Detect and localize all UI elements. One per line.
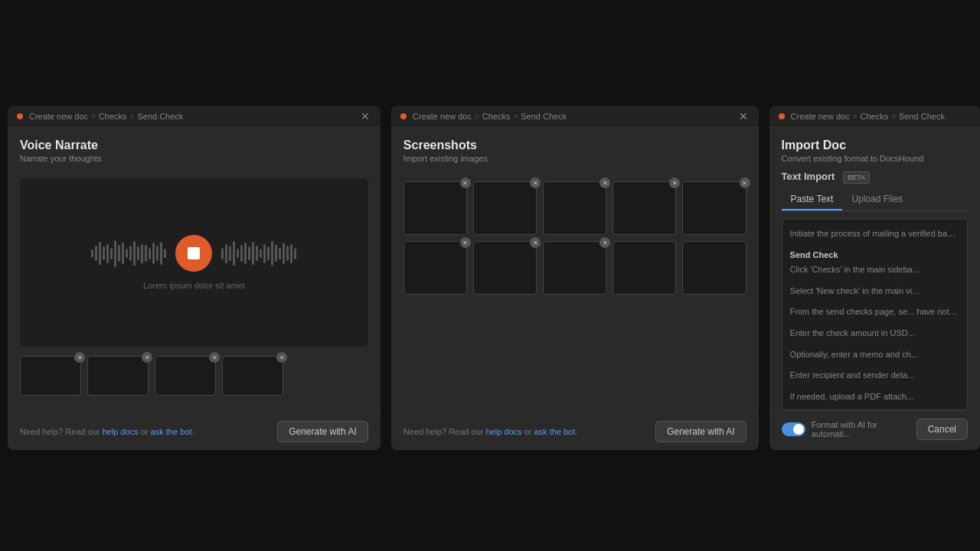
waveform-bar	[106, 244, 109, 263]
panel1-subtitle: Narrate your thoughts	[20, 154, 368, 163]
breadcrumb-sep5: >	[853, 112, 858, 121]
cell-close-7[interactable]: ✕	[530, 237, 541, 248]
screenshot-cell-3: ✕	[543, 181, 606, 235]
waveform-bar	[275, 245, 277, 262]
screenshot-cell-6: ✕	[403, 241, 467, 295]
waveform-bar	[114, 240, 116, 267]
waveform-right	[221, 241, 296, 266]
text-import-section: Text Import BETA Paste Text Upload Files…	[769, 169, 980, 410]
waveform-bar	[233, 241, 235, 266]
cell-close-5[interactable]: ✕	[740, 178, 750, 188]
waveform-bar	[126, 249, 128, 259]
beta-badge: BETA	[843, 171, 870, 184]
waveform-bar	[283, 243, 285, 264]
breadcrumb-root-2: Create new doc	[413, 112, 472, 121]
import-line-5: Optionally, enter a memo and ch...	[790, 348, 959, 362]
import-line-1: Send Check Click 'Checks' in the main si…	[790, 249, 959, 277]
waveform-bar	[122, 243, 124, 264]
cell-close-1[interactable]: ✕	[460, 178, 471, 188]
breadcrumb-dot-3	[779, 113, 785, 119]
waveform-bar	[156, 246, 158, 261]
close-button-2[interactable]: ✕	[736, 109, 751, 123]
thumb-item-3: ✕	[155, 356, 216, 396]
help-docs-link-2[interactable]: help docs	[485, 427, 521, 436]
stop-icon	[188, 247, 200, 259]
waveform-bar	[279, 248, 281, 259]
cell-close-6[interactable]: ✕	[460, 237, 471, 248]
waveform-bar	[91, 249, 93, 257]
breadcrumb-root-3: Create new doc	[791, 112, 850, 121]
breadcrumb-level2-2: Send Check	[521, 112, 567, 121]
import-line-body-0: Initiate the process of mailing a verifi…	[790, 227, 959, 241]
waveform-bar	[141, 244, 143, 263]
thumbnail-strip: ✕ ✕ ✕ ✕	[20, 356, 368, 396]
text-import-label: Text Import	[782, 171, 835, 182]
panel2-body: ✕ ✕ ✕ ✕ ✕ ✕ ✕	[391, 169, 759, 412]
waveform-bar	[99, 242, 101, 265]
import-header: Import Doc Convert existing format to Do…	[769, 128, 980, 169]
help-docs-link-1[interactable]: help docs	[103, 427, 139, 436]
cell-close-3[interactable]: ✕	[599, 178, 610, 188]
thumb-close-4[interactable]: ✕	[276, 352, 287, 363]
thumb-close-1[interactable]: ✕	[74, 352, 85, 363]
waveform-bar	[137, 246, 139, 260]
import-line-3: From the send checks page, se... have no…	[790, 305, 959, 319]
breadcrumb-level1-3: Checks	[860, 112, 888, 121]
tab-upload-files[interactable]: Upload Files	[842, 189, 912, 210]
waveform-bar	[164, 249, 166, 259]
ask-bot-link-1[interactable]: ask the bot	[151, 427, 192, 436]
import-title: Import Doc	[782, 139, 968, 152]
import-text-area: Initiate the process of mailing a verifi…	[782, 219, 968, 410]
screenshot-cell-7: ✕	[473, 241, 537, 295]
tab-paste-text[interactable]: Paste Text	[782, 189, 843, 210]
waveform-bar	[229, 246, 231, 261]
thumb-close-3[interactable]: ✕	[209, 352, 220, 363]
waveform-bar	[263, 244, 266, 263]
record-stop-button[interactable]	[175, 235, 212, 272]
breadcrumb-root: Create new doc	[29, 112, 88, 121]
cancel-button[interactable]: Cancel	[916, 419, 968, 440]
panel1-body: Lorem ipsum dolor sit amet ✕ ✕ ✕ ✕	[8, 169, 381, 412]
screenshots-panel: Create new doc > Checks > Send Check ✕ S…	[391, 106, 759, 450]
waveform-container	[91, 235, 296, 272]
waveform-left	[91, 240, 166, 267]
waveform-bar	[152, 243, 155, 264]
waveform-bar	[221, 248, 224, 259]
generate-btn-2[interactable]: Generate with AI	[655, 421, 746, 442]
import-subtitle: Convert existing format to DocsHound	[782, 154, 968, 163]
screenshot-cell-5: ✕	[682, 181, 746, 235]
screenshots-grid: ✕ ✕ ✕ ✕ ✕ ✕ ✕	[403, 178, 746, 298]
breadcrumb-bar-1: Create new doc > Checks > Send Check ✕	[8, 106, 381, 128]
waveform-bar	[129, 246, 132, 261]
waveform-bar	[271, 241, 273, 266]
waveform-bar	[149, 248, 151, 259]
toggle-label: Format with AI for automati...	[812, 420, 916, 439]
help-text-1: Need help? Read our help docs or ask the…	[20, 427, 194, 436]
import-line-6: Enter recipient and sender deta...	[790, 369, 959, 383]
waveform-bar	[267, 246, 270, 260]
cell-close-4[interactable]: ✕	[669, 178, 680, 188]
waveform-bar	[256, 246, 258, 261]
breadcrumb-dot	[17, 113, 23, 119]
close-button-1[interactable]: ✕	[358, 109, 373, 123]
help-text-2: Need help? Read our help docs or ask the…	[403, 427, 578, 436]
thumb-close-2[interactable]: ✕	[142, 352, 152, 363]
waveform-bar	[244, 243, 247, 264]
generate-btn-1[interactable]: Generate with AI	[277, 421, 368, 442]
tab-bar: Paste Text Upload Files	[782, 189, 968, 211]
import-line-2: Select 'New check' in the main vi...	[790, 285, 959, 298]
ai-format-toggle[interactable]	[782, 422, 805, 436]
waveform-bar	[252, 242, 254, 265]
import-line-body-5: Optionally, enter a memo and ch...	[790, 348, 959, 362]
breadcrumb-sep2: >	[130, 112, 135, 121]
cell-close-2[interactable]: ✕	[530, 178, 541, 188]
ask-bot-link-2[interactable]: ask the bot	[534, 427, 575, 436]
cell-close-8[interactable]: ✕	[599, 237, 610, 248]
breadcrumb-sep4: >	[513, 112, 518, 121]
waveform-bar	[160, 242, 162, 265]
breadcrumb-level2-3: Send Check	[899, 112, 945, 121]
panel1-footer: Need help? Read our help docs or ask the…	[8, 412, 381, 450]
waveform-bar	[118, 245, 120, 262]
panel2-footer: Need help? Read our help docs or ask the…	[391, 412, 759, 450]
voice-main-area: Lorem ipsum dolor sit amet	[20, 178, 368, 347]
